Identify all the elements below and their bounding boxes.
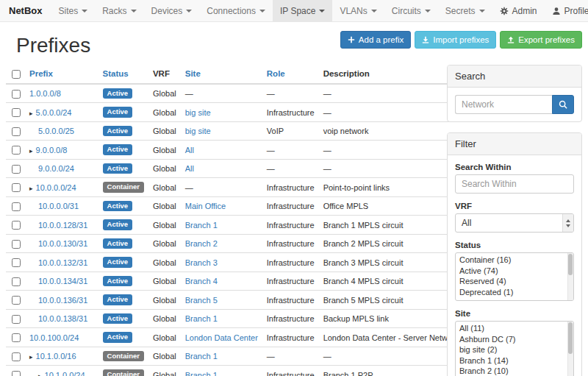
site-link[interactable]: All — [185, 164, 194, 173]
select-all-header — [6, 65, 25, 84]
prefix-link[interactable]: 10.0.0.136/31 — [38, 296, 87, 305]
search-input[interactable] — [455, 95, 552, 114]
nav-item-label: IP Space — [280, 6, 315, 16]
prefix-link[interactable]: 10.0.0.132/31 — [38, 258, 87, 267]
row-checkbox[interactable] — [12, 296, 21, 305]
filter-option[interactable]: Container (16) — [456, 255, 573, 266]
row-checkbox[interactable] — [12, 315, 21, 324]
brand-link[interactable]: NetBox — [0, 0, 51, 21]
filter-option[interactable]: Deprecated (1) — [456, 287, 573, 298]
filter-option[interactable]: All (11) — [456, 323, 573, 334]
row-checkbox[interactable] — [12, 258, 21, 267]
row-checkbox[interactable] — [12, 146, 21, 155]
column-header-prefix[interactable]: Prefix — [25, 65, 98, 84]
filter-input-search-within[interactable] — [455, 174, 574, 194]
site-link[interactable]: All — [185, 146, 194, 155]
site-link[interactable]: Branch 1 — [185, 314, 218, 323]
scrollbar-thumb[interactable] — [568, 254, 573, 275]
site-link[interactable]: Branch 1 — [185, 352, 218, 361]
nav-profile-link[interactable]: Profile — [545, 0, 588, 21]
expand-arrow-icon: ▸ — [38, 372, 42, 376]
site-link[interactable]: London Data Center — [185, 333, 258, 342]
nav-admin-link[interactable]: Admin — [492, 0, 545, 21]
prefix-link[interactable]: 9.0.0.0/24 — [38, 164, 74, 173]
site-link[interactable]: Branch 4 — [185, 277, 218, 285]
prefix-link[interactable]: 10.0.0.0/31 — [38, 202, 79, 210]
prefix-link[interactable]: 10.0.0.130/31 — [38, 239, 87, 248]
row-checkbox[interactable] — [12, 165, 21, 174]
site-link[interactable]: big site — [185, 108, 211, 117]
add-a-prefix-button[interactable]: Add a prefix — [340, 31, 411, 49]
row-checkbox[interactable] — [12, 108, 21, 117]
vrf-value: Global — [153, 277, 176, 285]
row-checkbox[interactable] — [12, 240, 21, 249]
filter-option[interactable]: Ashburn DC (7) — [456, 334, 573, 345]
row-checkbox[interactable] — [12, 371, 21, 376]
nav-item-devices[interactable]: Devices — [144, 0, 200, 21]
row-checkbox[interactable] — [12, 221, 21, 230]
site-link[interactable]: Branch 3 — [185, 258, 218, 267]
prefix-link[interactable]: 10.0.0.134/31 — [38, 277, 87, 285]
prefix-link[interactable]: 10.0.0.128/31 — [38, 221, 87, 230]
import-prefixes-button[interactable]: Import prefixes — [415, 31, 496, 49]
filter-option[interactable]: Active (74) — [456, 266, 573, 277]
site-link[interactable]: big site — [185, 127, 211, 135]
filter-option[interactable]: Reserved (4) — [456, 276, 573, 287]
site-link[interactable]: Branch 2 — [185, 239, 218, 248]
row-checkbox[interactable] — [12, 277, 21, 286]
column-header-role[interactable]: Role — [262, 65, 319, 84]
column-header-status[interactable]: Status — [98, 65, 148, 84]
scrollbar[interactable] — [567, 322, 573, 376]
prefix-link[interactable]: 10.1.0.0/16 — [36, 352, 76, 361]
prefix-cell: ▸5.0.0.0/24 — [25, 103, 98, 122]
prefix-link[interactable]: 10.0.100.0/24 — [29, 333, 79, 342]
empty-value: — — [267, 89, 275, 98]
nav-item-circuits[interactable]: Circuits — [384, 0, 438, 21]
site-link[interactable]: Branch 1 — [185, 221, 218, 230]
nav-item-sites[interactable]: Sites — [51, 0, 96, 21]
status-badge: Active — [103, 257, 133, 268]
prefix-link[interactable]: 1.0.0.0/8 — [29, 89, 61, 98]
prefix-link[interactable]: 5.0.0.0/24 — [36, 108, 72, 117]
search-button[interactable] — [552, 95, 574, 114]
prefix-cell: ▸10.0.0.0/24 — [25, 178, 98, 197]
site-link[interactable]: Main Office — [185, 202, 226, 210]
row-checkbox[interactable] — [12, 183, 21, 192]
prefix-link[interactable]: 9.0.0.0/8 — [36, 146, 68, 155]
select-all-checkbox[interactable] — [12, 70, 21, 79]
export-prefixes-button[interactable]: Export prefixes — [500, 31, 582, 49]
prefix-cell: 10.0.0.130/31 — [25, 234, 98, 253]
row-checkbox[interactable] — [12, 127, 21, 136]
status-badge: Container — [103, 182, 144, 193]
row-checkbox[interactable] — [12, 333, 21, 342]
chevron-down-icon — [371, 10, 377, 13]
user-icon — [552, 7, 561, 15]
row-checkbox[interactable] — [12, 352, 21, 361]
scrollbar-thumb[interactable] — [568, 322, 573, 354]
nav-item-ip-space[interactable]: IP Space — [273, 0, 332, 21]
row-checkbox[interactable] — [12, 90, 21, 99]
filter-select-vrf[interactable]: All — [455, 213, 574, 233]
nav-item-secrets[interactable]: Secrets — [438, 0, 492, 21]
description-cell: — — [319, 84, 464, 103]
column-header-site[interactable]: Site — [181, 65, 262, 84]
filter-option[interactable]: Branch 1 (14) — [456, 355, 573, 366]
filter-option[interactable]: Branch 2 (10) — [456, 366, 573, 376]
prefix-link[interactable]: 10.0.0.138/31 — [38, 314, 87, 323]
nav-item-vlans[interactable]: VLANs — [332, 0, 384, 21]
description-value: Branch 1 MPLS circuit — [323, 221, 404, 230]
row-checkbox[interactable] — [12, 202, 21, 211]
prefix-tree: 5.0.0.0/25 — [29, 127, 74, 135]
filter-option[interactable]: big site (2) — [456, 344, 573, 355]
site-link[interactable]: Branch 1 — [185, 371, 218, 376]
nav-item-connections[interactable]: Connections — [199, 0, 273, 21]
row-select-cell — [6, 103, 25, 122]
prefix-link[interactable]: 5.0.0.0/25 — [38, 127, 74, 135]
scrollbar[interactable] — [567, 253, 573, 300]
site-cell: London Data Center — [181, 328, 262, 347]
site-link[interactable]: Branch 5 — [185, 296, 218, 305]
prefix-link[interactable]: 10.1.0.0/24 — [45, 371, 85, 376]
site-cell: big site — [181, 121, 262, 141]
nav-item-racks[interactable]: Racks — [95, 0, 143, 21]
prefix-link[interactable]: 10.0.0.0/24 — [36, 183, 76, 192]
